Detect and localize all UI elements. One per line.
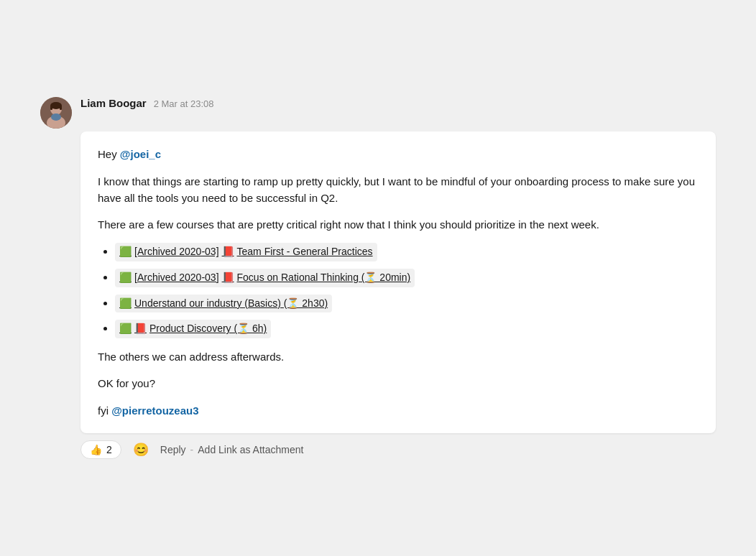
reply-link[interactable]: Reply [160, 444, 186, 455]
message-header: Liam Boogar 2 Mar at 23:08 [40, 97, 716, 129]
add-link-attachment-link[interactable]: Add Link as Attachment [198, 444, 303, 455]
course-icon-grid2: 🟩 [119, 270, 132, 286]
add-reaction-icon: 😊 [133, 442, 149, 458]
paragraph-3: The others we can address afterwards. [98, 348, 699, 365]
course-link-4[interactable]: 🟩 📕 Product Discovery (⏳ 6h) [115, 320, 271, 338]
paragraph-1: I know that things are starting to ramp … [98, 173, 699, 207]
course-link-2-text: [Archived 2020-03] [134, 270, 219, 286]
author-name: Liam Boogar [80, 97, 147, 109]
fyi-paragraph: fyi @pierretouzeau3 [98, 402, 699, 419]
paragraph-4: OK for you? [98, 375, 699, 391]
course-icon-book2: 📕 [222, 270, 234, 286]
svg-point-6 [51, 113, 61, 121]
greeting-text: Hey [98, 148, 117, 160]
course-link-1-title: Team First - General Practices [237, 244, 373, 260]
course-link-4-title: Product Discovery (⏳ 6h) [149, 321, 267, 337]
course-icon-grid4: 🟩 [119, 321, 132, 337]
course-link-3[interactable]: 🟩 Understand our industry (Basics) (⏳ 2h… [115, 295, 332, 313]
course-link-1[interactable]: 🟩 [Archived 2020-03] 📕 Team First - Gene… [115, 243, 377, 261]
course-link-2-title: Focus on Rational Thinking (⏳ 20min) [237, 270, 411, 286]
svg-rect-5 [60, 106, 62, 110]
header-info: Liam Boogar 2 Mar at 23:08 [80, 97, 214, 109]
message-footer: 👍 2 😊 Reply - Add Link as Attachment [80, 440, 716, 459]
reaction-count: 2 [106, 444, 112, 455]
greeting-paragraph: Hey @joei_c [98, 146, 699, 162]
list-item: 🟩 Understand our industry (Basics) (⏳ 2h… [115, 295, 699, 313]
action-links: Reply - Add Link as Attachment [160, 444, 304, 455]
action-separator: - [190, 444, 194, 455]
list-item: 🟩 📕 Product Discovery (⏳ 6h) [115, 320, 699, 338]
thumbs-up-reaction[interactable]: 👍 2 [80, 440, 121, 459]
list-item: 🟩 [Archived 2020-03] 📕 Focus on Rational… [115, 269, 699, 287]
course-icon-book1: 📕 [222, 244, 234, 260]
timestamp: 2 Mar at 23:08 [154, 98, 214, 109]
list-item: 🟩 [Archived 2020-03] 📕 Team First - Gene… [115, 243, 699, 261]
course-icon-grid: 🟩 [119, 244, 132, 260]
message-body: Hey @joei_c I know that things are start… [80, 131, 716, 433]
add-reaction-button[interactable]: 😊 [130, 440, 152, 459]
course-icon-book4: 📕 [134, 321, 147, 337]
mention-joei[interactable]: @joei_c [120, 148, 161, 160]
avatar [40, 97, 72, 129]
course-icon-grid3: 🟩 [119, 296, 132, 312]
course-list: 🟩 [Archived 2020-03] 📕 Team First - Gene… [98, 243, 699, 338]
thumbs-up-emoji: 👍 [90, 444, 102, 455]
message-text: Hey @joei_c I know that things are start… [98, 146, 699, 419]
mention-pierre[interactable]: @pierretouzeau3 [111, 404, 198, 417]
course-link-3-title: Understand our industry (Basics) (⏳ 2h30… [134, 296, 328, 312]
fyi-label: fyi [98, 404, 109, 417]
paragraph-2: There are a few courses that are pretty … [98, 216, 699, 233]
svg-rect-4 [50, 106, 52, 110]
message-container: Liam Boogar 2 Mar at 23:08 Hey @joei_c I… [26, 83, 730, 473]
course-link-1-text: [Archived 2020-03] [134, 244, 219, 260]
course-link-2[interactable]: 🟩 [Archived 2020-03] 📕 Focus on Rational… [115, 269, 415, 287]
